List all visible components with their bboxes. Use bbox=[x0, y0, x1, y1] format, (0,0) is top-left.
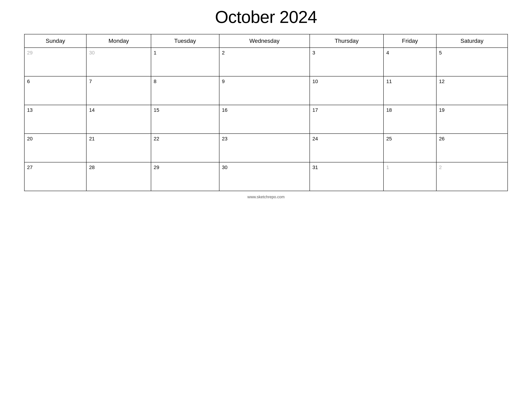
calendar-day: 25 bbox=[383, 134, 436, 162]
calendar-day: 7 bbox=[86, 76, 151, 105]
col-wednesday: Wednesday bbox=[219, 34, 310, 48]
col-sunday: Sunday bbox=[24, 34, 86, 48]
calendar-day: 13 bbox=[24, 105, 86, 134]
col-monday: Monday bbox=[86, 34, 151, 48]
calendar-week-row: 6789101112 bbox=[24, 76, 508, 105]
calendar-day: 8 bbox=[151, 76, 219, 105]
col-tuesday: Tuesday bbox=[151, 34, 219, 48]
calendar-day: 6 bbox=[24, 76, 86, 105]
calendar-day: 27 bbox=[24, 162, 86, 191]
calendar-table: Sunday Monday Tuesday Wednesday Thursday… bbox=[24, 34, 508, 191]
calendar-day: 10 bbox=[310, 76, 383, 105]
calendar-week-row: 13141516171819 bbox=[24, 105, 508, 134]
calendar-day: 5 bbox=[436, 48, 508, 76]
calendar-week-row: 293012345 bbox=[24, 48, 508, 76]
calendar-day: 22 bbox=[151, 134, 219, 162]
calendar-day: 1 bbox=[383, 162, 436, 191]
calendar-day: 21 bbox=[86, 134, 151, 162]
calendar-day: 12 bbox=[436, 76, 508, 105]
calendar-day: 11 bbox=[383, 76, 436, 105]
calendar-day: 26 bbox=[436, 134, 508, 162]
calendar-day: 17 bbox=[310, 105, 383, 134]
calendar-day: 9 bbox=[219, 76, 310, 105]
calendar-day: 20 bbox=[24, 134, 86, 162]
calendar-day: 18 bbox=[383, 105, 436, 134]
calendar-day: 28 bbox=[86, 162, 151, 191]
calendar-day: 2 bbox=[436, 162, 508, 191]
calendar-day: 29 bbox=[24, 48, 86, 76]
col-saturday: Saturday bbox=[436, 34, 508, 48]
calendar-day: 16 bbox=[219, 105, 310, 134]
calendar-day: 19 bbox=[436, 105, 508, 134]
calendar-body: 2930123456789101112131415161718192021222… bbox=[24, 48, 508, 191]
calendar-day: 30 bbox=[86, 48, 151, 76]
calendar-day: 29 bbox=[151, 162, 219, 191]
calendar-day: 24 bbox=[310, 134, 383, 162]
calendar-day: 14 bbox=[86, 105, 151, 134]
calendar-day: 23 bbox=[219, 134, 310, 162]
calendar-day: 1 bbox=[151, 48, 219, 76]
calendar-day: 2 bbox=[219, 48, 310, 76]
calendar-week-row: 272829303112 bbox=[24, 162, 508, 191]
col-friday: Friday bbox=[383, 34, 436, 48]
calendar-day: 3 bbox=[310, 48, 383, 76]
calendar-day: 4 bbox=[383, 48, 436, 76]
weekday-header-row: Sunday Monday Tuesday Wednesday Thursday… bbox=[24, 34, 508, 48]
calendar-week-row: 20212223242526 bbox=[24, 134, 508, 162]
calendar-day: 30 bbox=[219, 162, 310, 191]
calendar-day: 31 bbox=[310, 162, 383, 191]
footer-url: www.sketchrepo.com bbox=[247, 195, 285, 199]
calendar: Sunday Monday Tuesday Wednesday Thursday… bbox=[24, 34, 508, 191]
col-thursday: Thursday bbox=[310, 34, 383, 48]
calendar-day: 15 bbox=[151, 105, 219, 134]
page-title: October 2024 bbox=[215, 7, 317, 27]
